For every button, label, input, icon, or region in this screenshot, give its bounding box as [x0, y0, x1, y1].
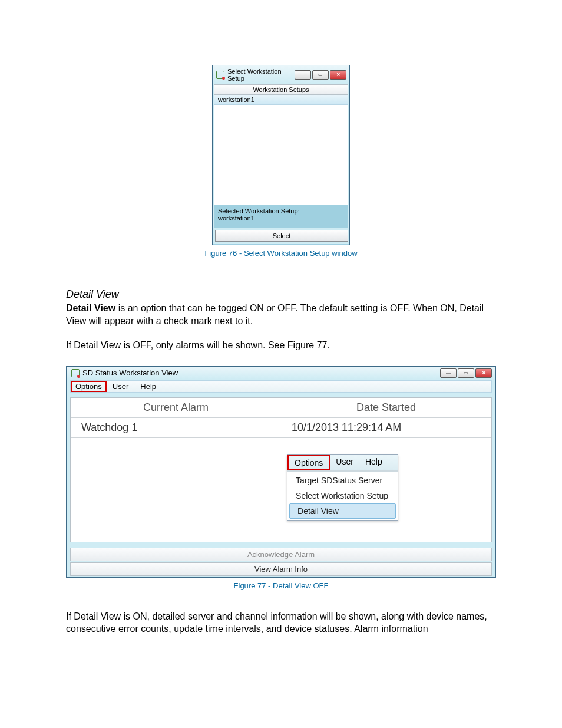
popup-menu-help[interactable]: Help — [359, 455, 388, 470]
figure-caption: Figure 76 - Select Workstation Setup win… — [0, 249, 562, 258]
selected-setup-value: workstation1 — [218, 215, 344, 222]
sd-status-window: SD Status Workstation View — ▭ ✕ Options… — [66, 366, 496, 578]
table-header-row: Current Alarm Date Started — [71, 398, 491, 418]
menu-item-select-workstation[interactable]: Select Workstation Setup — [287, 488, 398, 503]
popup-menu-user[interactable]: User — [330, 455, 359, 470]
select-button[interactable]: Select — [215, 230, 348, 242]
alarm-table-area: Current Alarm Date Started Watchdog 1 10… — [70, 397, 492, 542]
para-text: is an option that can be togged ON or OF… — [66, 303, 484, 326]
figure-caption: Figure 77 - Detail View OFF — [66, 581, 496, 590]
close-button[interactable]: ✕ — [475, 368, 492, 378]
window-title: Select Workstation Setup — [227, 68, 295, 82]
paragraph: If Detail View is ON, detailed server an… — [66, 610, 496, 635]
titlebar[interactable]: SD Status Workstation View — ▭ ✕ — [67, 367, 495, 379]
menu-item-target-server[interactable]: Target SDStatus Server — [287, 473, 398, 488]
table-row[interactable]: Watchdog 1 10/1/2013 11:29:14 AM — [71, 417, 491, 437]
menu-options[interactable]: Options — [71, 381, 107, 392]
popup-menubar: Options User Help — [287, 455, 398, 471]
minimize-button[interactable]: — — [295, 70, 311, 80]
maximize-button[interactable]: ▭ — [312, 70, 329, 80]
list-item[interactable]: workstation1 — [214, 95, 348, 105]
paragraph: If Detail View is OFF, only alarms will … — [66, 339, 496, 352]
selected-setup-label: Selected Workstation Setup: — [218, 207, 344, 215]
menu-help[interactable]: Help — [134, 381, 162, 392]
view-alarm-info-button[interactable]: View Alarm Info — [70, 562, 492, 576]
menu-user[interactable]: User — [107, 381, 134, 392]
bold-term: Detail View — [66, 303, 115, 313]
titlebar[interactable]: Select Workstation Setup — ▭ ✕ — [213, 65, 349, 83]
select-workstation-window: Select Workstation Setup — ▭ ✕ Workstati… — [212, 65, 350, 245]
section-heading: Detail View — [66, 288, 562, 301]
window-title: SD Status Workstation View — [82, 368, 440, 377]
selected-setup-panel: Selected Workstation Setup: workstation1 — [214, 205, 348, 228]
paragraph: Detail View is an option that can be tog… — [66, 302, 496, 327]
workstation-list[interactable]: workstation1 — [214, 95, 348, 205]
menu-item-detail-view[interactable]: Detail View — [289, 503, 396, 519]
alarm-name-cell: Watchdog 1 — [71, 417, 281, 437]
acknowledge-alarm-button[interactable]: Acknowledge Alarm — [70, 548, 492, 561]
alarm-date-cell: 10/1/2013 11:29:14 AM — [281, 417, 491, 437]
maximize-button[interactable]: ▭ — [458, 368, 474, 378]
app-icon — [71, 369, 80, 377]
minimize-button[interactable]: — — [440, 368, 457, 378]
list-header: Workstation Setups — [214, 84, 348, 95]
close-button[interactable]: ✕ — [330, 70, 346, 80]
column-header: Date Started — [281, 398, 491, 418]
column-header: Current Alarm — [71, 398, 281, 418]
dropdown-list: Target SDStatus Server Select Workstatio… — [287, 471, 398, 520]
menubar: Options User Help — [70, 380, 492, 393]
options-menu-popup: Options User Help Target SDStatus Server… — [287, 454, 398, 521]
app-icon — [216, 71, 224, 79]
popup-menu-options[interactable]: Options — [287, 455, 330, 470]
